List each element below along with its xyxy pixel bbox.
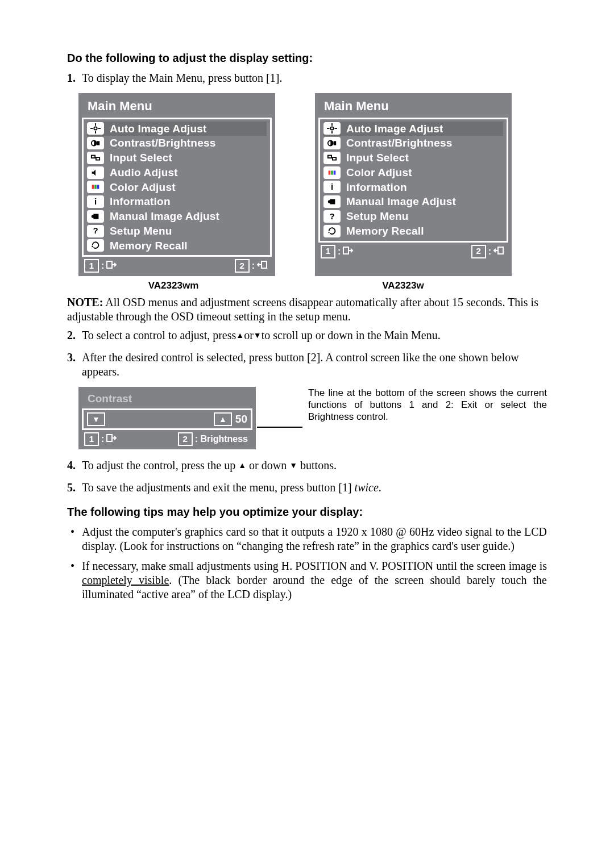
setup-icon: ?: [323, 210, 341, 223]
step-2: 2. To select a control to adjust, press▲…: [67, 328, 547, 343]
down-triangle-icon: ▼: [289, 461, 297, 471]
osd-main-menu-wm: Main Menu Auto Image Adjust Contrast/Bri…: [78, 93, 275, 276]
svg-rect-30: [343, 247, 349, 254]
osd-item-label: Input Select: [110, 151, 172, 165]
osd-item-label: Contrast/Brightness: [346, 136, 452, 150]
step-1-text: To display the Main Menu, press button […: [82, 71, 282, 85]
osd-item-label: Setup Menu: [110, 224, 172, 238]
svg-rect-14: [107, 261, 112, 268]
note-paragraph: NOTE: All OSD menus and adjustment scree…: [67, 295, 547, 324]
step-5-text-a: To save the adjustments and exit the men…: [82, 481, 355, 494]
osd-button-2-hint: 2 :: [235, 259, 267, 273]
step-4-number: 4.: [67, 458, 82, 473]
osd-item-setup-menu: ? Setup Menu: [323, 209, 503, 224]
contrast-block: Contrast ▼ ▲ 50 1 : 2 : Brightness The l…: [67, 387, 547, 450]
svg-point-29: [328, 200, 331, 203]
note-label: NOTE:: [67, 296, 103, 308]
osd-item-color-adjust: Color Adjust: [87, 180, 267, 195]
button-1-label: 1: [84, 432, 99, 446]
step-5-text-c: .: [379, 481, 381, 494]
osd-item-label: Input Select: [346, 151, 409, 165]
colon: :: [101, 260, 104, 272]
osd-item-input-select: Input Select: [323, 151, 503, 165]
contrast-body: ▼ ▲ 50: [82, 408, 252, 430]
step-5: 5. To save the adjustments and exit the …: [67, 481, 547, 495]
down-arrow-icon: ▼: [87, 412, 105, 426]
osd-item-input-select: Input Select: [87, 151, 267, 165]
tips-heading: The following tips may help you optimize…: [67, 505, 547, 519]
recall-icon: [323, 225, 341, 237]
step-1: 1. To display the Main Menu, press butto…: [67, 71, 547, 85]
osd-item-contrast: Contrast/Brightness: [87, 136, 267, 151]
svg-rect-11: [97, 185, 99, 189]
step-5-number: 5.: [67, 481, 82, 495]
colon: :: [101, 433, 104, 445]
svg-rect-32: [107, 435, 112, 441]
setup-icon: ?: [87, 225, 104, 237]
input-select-icon: [87, 152, 104, 164]
step-4: 4. To adjust the control, press the up ▲…: [67, 458, 547, 473]
osd-footer: 1 : 2 :: [318, 243, 508, 258]
osd-item-label: Color Adjust: [346, 166, 412, 180]
brightness-label: : Brightness: [195, 433, 248, 445]
svg-point-16: [330, 127, 333, 130]
step-4-text-a: To adjust the control, press the up: [82, 459, 238, 471]
contrast-icon: [87, 137, 104, 149]
exit-icon: [343, 246, 353, 257]
step-3-number: 3.: [67, 350, 82, 379]
contrast-button-2-hint: 2 : Brightness: [178, 432, 248, 446]
osd-item-label: Manual Image Adjust: [346, 195, 456, 208]
menu-captions: VA2323wm VA2323w: [78, 279, 547, 291]
menu-screenshots-row: Main Menu Auto Image Adjust Contrast/Bri…: [78, 93, 547, 276]
color-adjust-icon: [323, 166, 341, 179]
osd-item-label: Information: [346, 181, 407, 194]
colon: :: [338, 246, 341, 257]
step-2-text: To select a control to adjust, press▲or▼…: [82, 328, 441, 343]
step-2-text-a: To select a control to adjust, press: [82, 329, 236, 341]
manual-image-icon: [323, 195, 341, 208]
input-select-icon: [323, 152, 341, 164]
exit-icon: [106, 260, 117, 272]
colon: :: [488, 246, 491, 257]
step-5-text: To save the adjustments and exit the men…: [82, 481, 381, 495]
osd-item-manual-image: Manual Image Adjust: [87, 209, 267, 224]
svg-rect-8: [96, 157, 99, 160]
osd-item-audio-adjust: Audio Adjust: [87, 165, 267, 180]
tip-2: • If necessary, make small adjustments u…: [70, 559, 547, 602]
down-triangle-icon: ▼: [254, 331, 262, 341]
contrast-value-box: ▲ 50: [214, 412, 247, 426]
osd-item-label: Color Adjust: [110, 181, 176, 194]
osd-item-label: Memory Recall: [346, 224, 424, 238]
osd-item-memory-recall: Memory Recall: [87, 239, 267, 253]
osd-title: Main Menu: [318, 97, 508, 118]
osd-item-contrast: Contrast/Brightness: [323, 136, 503, 151]
osd-item-memory-recall: Memory Recall: [323, 224, 503, 239]
target-icon: [323, 122, 341, 135]
osd-item-label: Contrast/Brightness: [110, 136, 215, 150]
svg-rect-24: [333, 157, 336, 160]
svg-rect-27: [334, 170, 336, 174]
button-2-label: 2: [471, 245, 486, 258]
osd-item-label: Setup Menu: [346, 210, 409, 223]
contrast-value: 50: [235, 412, 247, 426]
svg-point-0: [94, 127, 97, 130]
osd-item-label: Manual Image Adjust: [110, 210, 219, 223]
svg-rect-7: [92, 155, 95, 158]
tip-2-underlined: completely visible: [82, 574, 169, 586]
note-text: All OSD menus and adjustment screens dis…: [67, 296, 538, 323]
svg-rect-26: [331, 170, 333, 174]
up-triangle-icon: ▲: [236, 331, 244, 341]
contrast-title: Contrast: [82, 390, 252, 409]
svg-rect-23: [328, 155, 331, 158]
osd-item-auto-image-adjust: Auto Image Adjust: [323, 122, 503, 136]
step-2-number: 2.: [67, 328, 82, 343]
enter-icon: [257, 260, 267, 272]
svg-rect-10: [94, 185, 97, 189]
osd-main-menu-w: Main Menu Auto Image Adjust Contrast/Bri…: [315, 93, 512, 276]
osd-item-auto-image-adjust: Auto Image Adjust: [87, 122, 267, 136]
contrast-icon: [323, 137, 341, 149]
contrast-button-1-hint: 1 :: [84, 432, 117, 446]
osd-item-label: Auto Image Adjust: [110, 122, 207, 136]
button-2-label: 2: [235, 259, 250, 273]
osd-button-1-hint: 1 :: [321, 245, 353, 258]
